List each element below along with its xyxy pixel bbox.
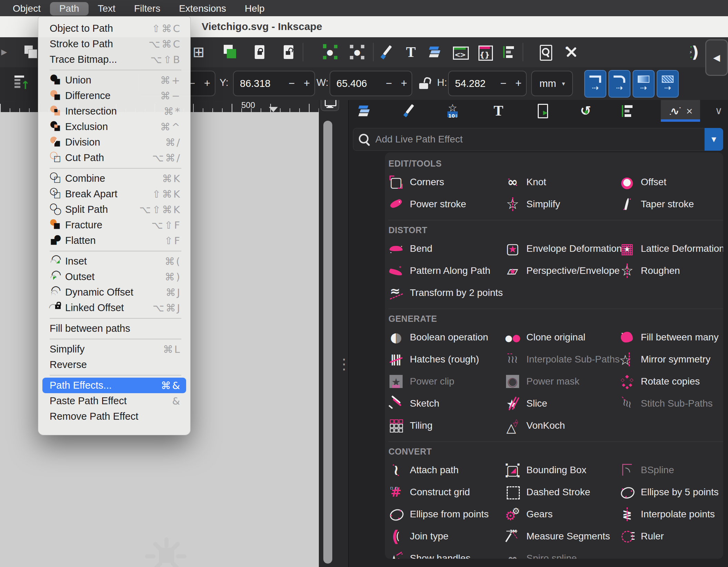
menubar-item-extensions[interactable]: Extensions bbox=[170, 2, 235, 16]
lock-document-button[interactable] bbox=[251, 43, 269, 61]
menu-item-dynamic-offset[interactable]: ◠◠◠Dynamic Offset⌘J bbox=[38, 285, 190, 300]
lpe-item-rotate-copies[interactable]: ◆◇◇◆◆◆Rotate copies bbox=[619, 370, 720, 392]
y-plus-button[interactable]: + bbox=[299, 77, 314, 90]
transform-gradients-toggle[interactable]: ⇢ bbox=[633, 70, 655, 98]
menu-item-cut-path[interactable]: ○□Cut Path⌥⌘/ bbox=[38, 150, 190, 166]
menubar-item-filters[interactable]: Filters bbox=[125, 2, 170, 16]
lpe-item-boolean-operation[interactable]: ◖◗Boolean operation bbox=[388, 326, 505, 348]
h-minus-button[interactable]: − bbox=[496, 77, 511, 90]
menu-item-difference[interactable]: ●■Difference⌘− bbox=[38, 88, 190, 103]
lpe-item-hatches-rough[interactable]: ∥∥Hatches (rough) bbox=[388, 348, 505, 370]
lpe-item-dashed-stroke[interactable]: Dashed Stroke bbox=[505, 481, 619, 503]
menu-item-division[interactable]: ●■Division⌘/ bbox=[38, 135, 190, 150]
menubar-item-help[interactable]: Help bbox=[235, 2, 274, 16]
lpe-item-measure-segments[interactable]: 3MMeasure Segments bbox=[505, 525, 619, 547]
lpe-search-input[interactable]: Add Live Path Effect ▼ bbox=[353, 128, 723, 151]
lpe-item-transform-by-2-points[interactable]: ≈Transform by 2 points bbox=[388, 282, 505, 304]
y-minus-button[interactable]: − bbox=[284, 77, 299, 90]
tab-align-distribute[interactable] bbox=[617, 101, 637, 121]
find-replace-button[interactable] bbox=[536, 43, 554, 61]
w-field[interactable]: 65.406 − + bbox=[330, 71, 412, 96]
menu-item-fracture[interactable]: ●■Fracture⌥⇧F bbox=[38, 217, 190, 233]
lpe-item-fill-between-many[interactable]: •Fill between many bbox=[619, 326, 720, 348]
lpe-item-gears[interactable]: ⚙⚙Gears bbox=[505, 503, 619, 525]
lpe-item-lattice-deformation[interactable]: ▦★Lattice Deformation bbox=[619, 238, 723, 260]
menubar-item-path[interactable]: Path bbox=[50, 2, 89, 16]
menu-item-exclusion[interactable]: ●■■Exclusion⌘^ bbox=[38, 119, 190, 135]
collapse-panel-button[interactable]: ◀ bbox=[705, 39, 728, 76]
lpe-item-ruler[interactable]: Ruler bbox=[619, 525, 720, 547]
lpe-item-bend[interactable]: ••Bend bbox=[388, 238, 505, 260]
lpe-item-show-handles[interactable]: ★••Show handles bbox=[388, 547, 505, 559]
lpe-item-mirror-symmetry[interactable]: ☆Mirror symmetry bbox=[619, 348, 720, 370]
vertical-scrollbar-thumb[interactable] bbox=[323, 121, 332, 564]
lpe-item-slice[interactable]: ★Slice bbox=[505, 392, 619, 415]
lpe-item-envelope-deformation[interactable]: ▢★Envelope Deformation bbox=[505, 238, 619, 260]
w-plus-button[interactable]: + bbox=[396, 77, 412, 90]
tab-overflow-button[interactable]: ∨ bbox=[709, 101, 728, 121]
menu-item-combine[interactable]: ○□Combine⌘K bbox=[38, 171, 190, 186]
braces-button[interactable]: {} bbox=[476, 43, 494, 61]
lpe-item-power-stroke[interactable]: •Power stroke bbox=[388, 193, 505, 215]
menu-item-reverse[interactable]: Reverse bbox=[38, 357, 190, 372]
menu-item-fill-between-paths[interactable]: Fill between paths bbox=[38, 321, 190, 336]
lpe-item-perspective-envelope[interactable]: ▱★Perspective/Envelope bbox=[505, 260, 619, 282]
lpe-item-interpolate-points[interactable]: ≷••Interpolate points bbox=[619, 503, 720, 525]
lpe-dropdown-button[interactable]: ▼ bbox=[705, 128, 723, 151]
pen-button[interactable] bbox=[378, 43, 396, 61]
plus-frame-button[interactable]: ⊞ bbox=[190, 43, 208, 61]
tab-layers[interactable] bbox=[354, 101, 374, 121]
unit-select[interactable]: mm ▼ bbox=[531, 71, 573, 96]
tab-text[interactable]: T bbox=[488, 101, 509, 121]
w-value[interactable]: 65.406 bbox=[336, 78, 381, 89]
lpe-item-knot[interactable]: ∞••Knot bbox=[505, 171, 619, 193]
lpe-item-ellipse-by-5-points[interactable]: •••Ellipse by 5 points bbox=[619, 481, 720, 503]
transform-patterns-toggle[interactable]: ⇢ bbox=[657, 70, 679, 98]
lpe-item-bounding-box[interactable]: ▢◢▪▪▪▪Bounding Box bbox=[505, 459, 619, 481]
stack-button[interactable] bbox=[21, 43, 39, 61]
menu-item-trace-bitmap[interactable]: Trace Bitmap...⌥⇧B bbox=[38, 52, 190, 67]
close-icon[interactable]: × bbox=[686, 106, 693, 117]
h-value[interactable]: 54.282 bbox=[455, 78, 496, 89]
menu-item-break-apart[interactable]: ○•□Break Apart⇧⌘K bbox=[38, 186, 190, 202]
lpe-item-corners[interactable]: ▢Corners bbox=[388, 171, 505, 193]
snap-button[interactable]: )••⚡ bbox=[685, 43, 703, 61]
duplicate-button[interactable] bbox=[221, 43, 239, 61]
y-field[interactable]: 86.318 − + bbox=[233, 71, 315, 96]
chevron-right-icon[interactable]: ▶ bbox=[0, 43, 13, 61]
lpe-item-construct-grid[interactable]: #▫▫Construct grid bbox=[388, 481, 505, 503]
scale-rounded-corners-toggle[interactable]: ⇢ bbox=[608, 70, 630, 98]
tab-undo-history[interactable]: ↺● bbox=[575, 101, 596, 121]
y-value[interactable]: 86.318 bbox=[240, 78, 284, 89]
menu-item-object-to-path[interactable]: Object to Path⇧⌘C bbox=[38, 21, 190, 36]
tab-fill-stroke[interactable] bbox=[398, 101, 419, 121]
menu-item-intersection[interactable]: ●■■Intersection⌘* bbox=[38, 103, 190, 119]
tab-path-effects[interactable]: ∿••× bbox=[661, 100, 700, 122]
menu-item-inset[interactable]: ◠◠◢Inset⌘( bbox=[38, 253, 190, 269]
menu-item-stroke-to-path[interactable]: Stroke to Path⌥⌘C bbox=[38, 36, 190, 52]
text-button[interactable]: T bbox=[402, 43, 420, 61]
lpe-item-offset[interactable]: ●●Offset bbox=[619, 171, 720, 193]
menubar-item-text[interactable]: Text bbox=[89, 2, 125, 16]
lpe-item-sketch[interactable]: Sketch bbox=[388, 392, 505, 415]
preferences-tools-button[interactable]: ● bbox=[563, 43, 580, 61]
lpe-item-simplify[interactable]: ☆Simplify bbox=[505, 193, 619, 215]
w-minus-button[interactable]: − bbox=[381, 77, 396, 90]
xml-editor-button[interactable]: <> bbox=[451, 43, 469, 61]
h-plus-button[interactable]: + bbox=[511, 77, 526, 90]
menu-item-outset[interactable]: ◠◠◤Outset⌘) bbox=[38, 269, 190, 285]
menubar-item-object[interactable]: Object bbox=[3, 2, 50, 16]
menu-item-paste-path-effect[interactable]: Paste Path Effect& bbox=[38, 393, 190, 409]
lpe-item-join-type[interactable]: ((Join type bbox=[388, 525, 505, 547]
select-handles-button[interactable]: ● bbox=[321, 43, 339, 61]
node-handles-button[interactable]: ● bbox=[348, 43, 366, 61]
lpe-item-roughen[interactable]: ☆Roughen bbox=[619, 260, 723, 282]
scale-stroke-width-toggle[interactable]: ⇢ bbox=[584, 70, 606, 98]
lpe-item-attach-path[interactable]: ≀••Attach path bbox=[388, 459, 505, 481]
menu-item-split-path[interactable]: ○○Split Path⌥⇧⌘K bbox=[38, 202, 190, 217]
align-button[interactable] bbox=[500, 43, 518, 61]
lpe-item-tiling[interactable]: Tiling bbox=[388, 415, 505, 437]
lpe-item-vonkoch[interactable]: △▽△VonKoch bbox=[505, 415, 619, 437]
lpe-item-pattern-along-path[interactable]: ∘Pattern Along Path bbox=[388, 260, 505, 282]
menu-item-union[interactable]: ●■Union⌘+ bbox=[38, 72, 190, 88]
